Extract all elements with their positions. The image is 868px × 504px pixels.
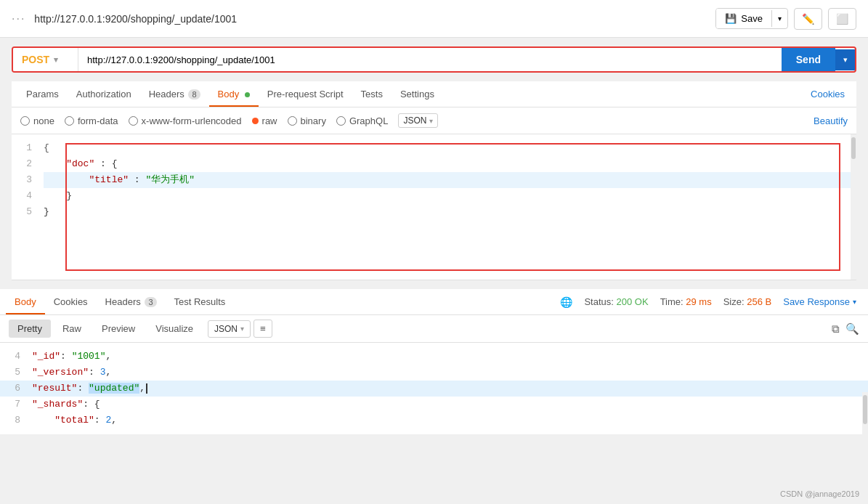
editor-scrollbar[interactable] [851, 134, 856, 280]
option-raw[interactable]: raw [252, 115, 277, 126]
top-bar-right: 💾 Save ▾ ✏️ ⬜ [715, 8, 856, 30]
sub-tab-raw[interactable]: Raw [54, 320, 90, 338]
response-scrollbar-thumb [863, 395, 867, 424]
save-response-arrow: ▾ [853, 298, 856, 306]
size-value: 256 B [747, 296, 771, 307]
resp-tab-body[interactable]: Body [6, 289, 45, 314]
tab-tests[interactable]: Tests [352, 81, 392, 107]
response-sub-tabs: Pretty Raw Preview Visualize JSON ▾ ≡ ⧉ … [0, 315, 868, 343]
search-response-button[interactable]: 🔍 [845, 322, 859, 336]
time-label: Time: 29 ms [660, 296, 712, 307]
code-line-3: "title" : "华为手机" [44, 172, 851, 188]
method-selector[interactable]: POST ▾ [13, 48, 78, 71]
scrollbar-thumb [851, 137, 856, 159]
method-dropdown-arrow: ▾ [54, 55, 58, 65]
resp-tab-cookies[interactable]: Cookies [45, 289, 97, 314]
text-cursor [146, 383, 147, 394]
response-icons: ⧉ 🔍 [832, 322, 859, 336]
code-line-4: } [44, 188, 851, 204]
three-dots-icon: ··· [12, 12, 25, 25]
top-url-display: http://127.0.0.1:9200/shopping/_update/1… [34, 13, 237, 25]
request-editor: 1 2 3 4 5 { "doc" : { "title" : "华为手机" }… [12, 134, 856, 280]
sub-tab-pretty[interactable]: Pretty [9, 320, 51, 338]
tab-body[interactable]: Body [209, 81, 259, 107]
tab-headers[interactable]: Headers 8 [140, 81, 209, 107]
resp-line-6: 6 "result": "updated", [0, 381, 868, 397]
send-button[interactable]: Send [782, 48, 835, 71]
size-label: Size: 256 B [723, 296, 772, 307]
split-button[interactable]: ⬜ [828, 8, 856, 30]
top-bar-left: ··· http://127.0.0.1:9200/shopping/_upda… [12, 12, 237, 25]
response-format-dropdown[interactable]: JSON ▾ [208, 320, 251, 338]
format-dropdown[interactable]: JSON ▾ [398, 113, 438, 128]
option-graphql[interactable]: GraphQL [336, 115, 388, 126]
status-label: Status: 200 OK [584, 296, 648, 307]
resp-line-7: 7 "_shards": { [0, 397, 868, 412]
resp-headers-badge: 3 [145, 297, 156, 307]
cookies-link[interactable]: Cookies [805, 81, 851, 107]
option-form-data[interactable]: form-data [65, 115, 118, 126]
resp-line-5: 5 "_version": 3, [0, 365, 868, 381]
resp-line-4: 4 "_id": "1001", [0, 349, 868, 365]
option-urlencoded[interactable]: x-www-form-urlencoded [129, 115, 242, 126]
request-tabs-row: Params Authorization Headers 8 Body Pre-… [12, 81, 856, 107]
response-scrollbar[interactable] [862, 392, 868, 434]
format-dropdown-arrow: ▾ [429, 117, 433, 125]
save-icon: 💾 [725, 13, 737, 24]
main-content: POST ▾ Send ▾ Params Authorization Heade… [0, 38, 868, 289]
copy-response-button[interactable]: ⧉ [832, 322, 840, 336]
edit-button[interactable]: ✏️ [794, 8, 822, 30]
code-line-5: } [44, 204, 851, 220]
resp-tab-headers[interactable]: Headers 3 [97, 289, 166, 314]
response-section: Body Cookies Headers 3 Test Results 🌐 St… [0, 289, 868, 434]
method-label: POST [22, 54, 49, 65]
beautify-button[interactable]: Beautify [814, 115, 848, 126]
resp-format-arrow: ▾ [240, 325, 244, 333]
headers-badge: 8 [188, 89, 200, 99]
tab-params[interactable]: Params [17, 81, 68, 107]
body-dot-indicator [245, 92, 250, 97]
tab-authorization[interactable]: Authorization [68, 81, 140, 107]
resp-tab-test-results[interactable]: Test Results [166, 289, 235, 314]
tab-settings[interactable]: Settings [392, 81, 443, 107]
tab-pre-request[interactable]: Pre-request Script [259, 81, 352, 107]
raw-selected-dot [252, 118, 259, 124]
response-code-viewer: 4 "_id": "1001", 5 "_version": 3, 6 "res… [0, 343, 868, 434]
top-bar: ··· http://127.0.0.1:9200/shopping/_upda… [0, 0, 868, 38]
code-editor-content[interactable]: 1 2 3 4 5 { "doc" : { "title" : "华为手机" }… [12, 134, 856, 280]
request-bar: POST ▾ Send ▾ [12, 46, 856, 73]
line-numbers: 1 2 3 4 5 [12, 140, 38, 274]
code-line-1: { [44, 140, 851, 156]
option-binary[interactable]: binary [288, 115, 326, 126]
time-value: 29 ms [686, 296, 711, 307]
response-tabs-row: Body Cookies Headers 3 Test Results 🌐 St… [0, 289, 868, 315]
status-code: 200 OK [617, 296, 649, 307]
response-status-row: 🌐 Status: 200 OK Time: 29 ms Size: 256 B… [560, 296, 862, 308]
option-none[interactable]: none [20, 115, 54, 126]
globe-icon: 🌐 [560, 296, 572, 308]
body-options-row: none form-data x-www-form-urlencoded raw… [12, 107, 856, 134]
code-lines: { "doc" : { "title" : "华为手机" } } [38, 140, 856, 274]
sub-tab-visualize[interactable]: Visualize [147, 320, 202, 338]
filter-icon-button[interactable]: ≡ [253, 320, 272, 338]
save-response-button[interactable]: Save Response ▾ [783, 296, 856, 307]
save-button[interactable]: 💾 Save [716, 9, 771, 28]
send-dropdown-arrow[interactable]: ▾ [835, 49, 855, 70]
url-input[interactable] [78, 49, 782, 71]
save-button-group[interactable]: 💾 Save ▾ [715, 8, 788, 29]
code-line-2: "doc" : { [44, 156, 851, 172]
save-dropdown-arrow[interactable]: ▾ [771, 10, 787, 27]
resp-line-8: 8 "total": 2, [0, 412, 868, 428]
sub-tab-preview[interactable]: Preview [93, 320, 144, 338]
